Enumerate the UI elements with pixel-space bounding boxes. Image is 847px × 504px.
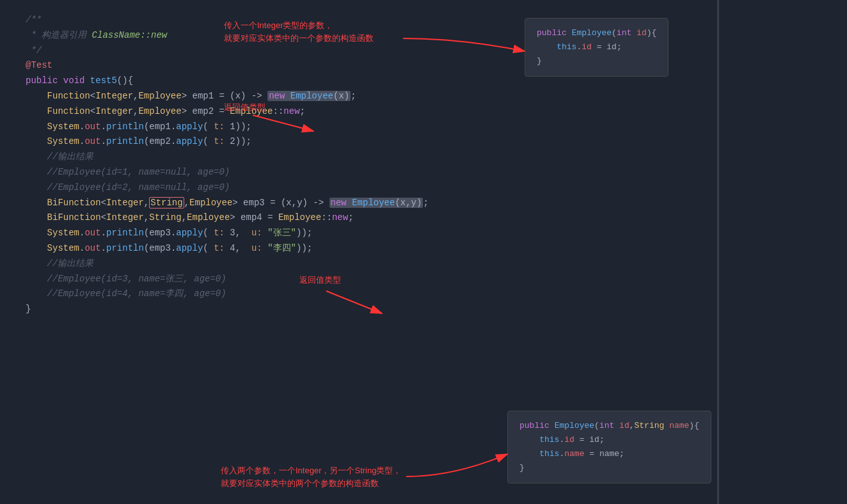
code-line-20: System.out.println(emp3.apply( t: 4, u: … xyxy=(26,241,821,256)
code-line-18: BiFunction<Integer,String,Employee> emp4… xyxy=(26,210,821,226)
annotation-return-type-1: 返回值类型 xyxy=(224,101,265,114)
code-line-12: //输出结果 xyxy=(26,150,821,165)
code-line-23: //输出结果 xyxy=(26,256,821,272)
popup-constructor-2: public Employee(int id,String name){ thi… xyxy=(507,411,711,484)
code-line-14: //Employee(id=2, name=null, age=0) xyxy=(26,180,821,196)
code-line-9: System.out.println(emp2.apply( t: 2)); xyxy=(26,134,821,150)
code-line-6: Function<Integer,Employee> emp1 = (x) ->… xyxy=(26,89,821,104)
code-line-4: @Test xyxy=(26,58,821,74)
code-line-3: */ xyxy=(26,43,821,59)
code-line-1: /** xyxy=(26,13,821,28)
code-line-25: //Employee(id=4, name=李四, age=0) xyxy=(26,287,821,302)
code-line-5: public void test5(){ xyxy=(26,74,821,89)
annotation-integer-param: 传入一个Integer类型的参数， 就要对应实体类中的一个参数的构造函数 xyxy=(224,19,374,44)
code-line-7: Function<Integer,Employee> emp2 = Employ… xyxy=(26,104,821,120)
code-line-19: System.out.println(emp3.apply( t: 3, u: … xyxy=(26,226,821,241)
annotation-two-params: 传入两个参数，一个Integer，另一个String类型， 就要对应实体类中的两… xyxy=(221,464,401,489)
code-line-8: System.out.println(emp1.apply( t: 1)); xyxy=(26,120,821,135)
annotation-return-type-2: 返回值类型 xyxy=(299,274,341,287)
code-line-2: * 构造器引用 ClassName::new xyxy=(26,28,821,43)
popup-constructor-1: public Employee(int id){ this.id = id; } xyxy=(525,18,669,77)
code-line-17: BiFunction<Integer,String,Employee> emp3… xyxy=(26,196,821,211)
code-editor: /** * 构造器引用 ClassName::new */ @Test publ… xyxy=(0,0,847,504)
code-line-26: } xyxy=(26,302,821,317)
code-line-13: //Employee(id=1, name=null, age=0) xyxy=(26,165,821,180)
code-line-24: //Employee(id=3, name=张三, age=0) xyxy=(26,272,821,287)
